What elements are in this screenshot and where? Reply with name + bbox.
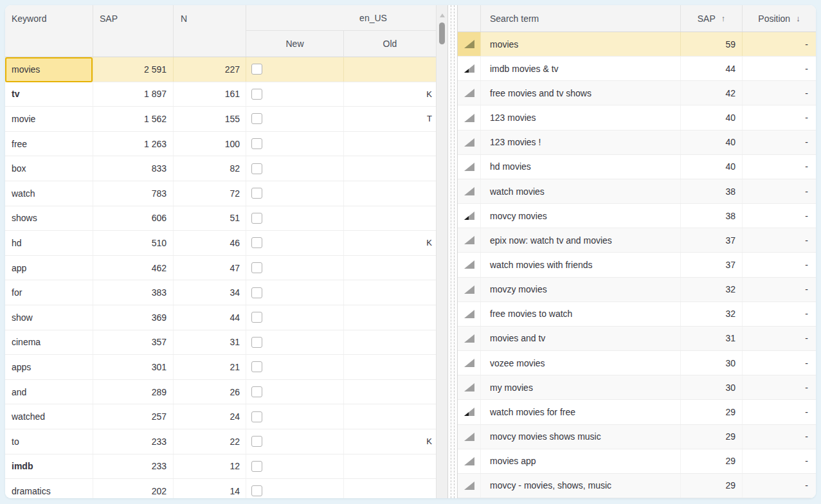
n-value-cell: 22 [174, 429, 246, 454]
search-term-row[interactable]: 123 movies ! 40 - [458, 130, 816, 155]
new-checkbox[interactable] [251, 461, 262, 472]
popularity-icon-cell [458, 327, 481, 350]
position-value-cell: - [743, 57, 816, 80]
new-checkbox[interactable] [251, 436, 262, 447]
search-term-row[interactable]: movies app 29 - [458, 449, 816, 474]
keyword-cell[interactable]: shows [5, 206, 93, 231]
scrollbar-thumb[interactable] [439, 22, 445, 44]
search-term-row[interactable]: movies 59 - [458, 32, 816, 57]
new-checkbox[interactable] [251, 213, 262, 224]
old-column-header[interactable]: Old [344, 31, 436, 57]
new-checkbox[interactable] [251, 361, 262, 372]
keyword-cell[interactable]: box [5, 156, 93, 181]
keyword-cell[interactable]: tv [5, 82, 93, 107]
search-term-row[interactable]: watch movies for free 29 - [458, 400, 816, 424]
keyword-cell[interactable]: watched [5, 404, 93, 429]
keyword-cell[interactable]: movie [5, 107, 93, 131]
position-value-cell: - [743, 400, 816, 424]
search-term-row[interactable]: my movies 30 - [458, 375, 816, 400]
search-term-row[interactable]: 123 movies 40 - [458, 105, 816, 130]
search-term-row[interactable]: watch movies with friends 37 - [458, 253, 816, 277]
n-column-header[interactable]: N [174, 5, 246, 57]
keyword-cell[interactable]: watch [5, 181, 93, 206]
new-checkbox[interactable] [251, 64, 262, 75]
sap-column-header[interactable]: SAP [93, 5, 174, 57]
n-value-cell: 100 [174, 132, 246, 156]
keyword-row[interactable]: show 369 44 [5, 305, 436, 330]
new-checkbox[interactable] [251, 138, 262, 149]
search-term-cell: free movies and tv shows [481, 81, 681, 105]
popularity-icon-cell [458, 130, 481, 154]
new-column-header[interactable]: New [246, 31, 344, 57]
keyword-row[interactable]: tv 1 897 161 K [5, 82, 436, 107]
new-checkbox[interactable] [251, 312, 262, 323]
keyword-row[interactable]: watch 783 72 [5, 181, 436, 206]
sap-value-cell: 233 [93, 455, 174, 479]
keyword-cell[interactable]: imdb [5, 455, 93, 479]
search-term-row[interactable]: movies and tv 31 - [458, 327, 816, 351]
new-cell [246, 181, 344, 206]
search-term-row[interactable]: movzy movies 32 - [458, 278, 816, 302]
search-term-row[interactable]: movcy - movies, shows, music 29 - [458, 474, 816, 498]
keyword-row[interactable]: hd 510 46 K [5, 231, 436, 256]
sap-sort-column-header[interactable]: SAP ↑ [681, 5, 743, 32]
keyword-cell[interactable]: to [5, 429, 93, 454]
keyword-cell[interactable]: app [5, 256, 93, 280]
new-cell [246, 429, 344, 454]
keyword-row[interactable]: to 233 22 K [5, 429, 436, 455]
keyword-cell[interactable]: dramatics [5, 479, 93, 498]
new-checkbox[interactable] [251, 386, 262, 397]
keyword-cell[interactable]: hd [5, 231, 93, 255]
position-sort-column-header[interactable]: Position ↓ [743, 5, 816, 32]
new-checkbox[interactable] [251, 188, 262, 199]
new-checkbox[interactable] [251, 163, 262, 174]
keyword-column-header[interactable]: Keyword [5, 5, 93, 57]
new-checkbox[interactable] [251, 485, 262, 496]
keyword-row[interactable]: for 383 34 [5, 280, 436, 305]
search-term-row[interactable]: watch movies 38 - [458, 179, 816, 204]
new-checkbox[interactable] [251, 113, 262, 124]
search-term-row[interactable]: movcy movies shows music 29 - [458, 425, 816, 449]
search-term-row[interactable]: movcy movies 38 - [458, 204, 816, 228]
keyword-row[interactable]: box 833 82 [5, 156, 436, 181]
search-term-row[interactable]: imdb movies & tv 44 - [458, 57, 816, 81]
keyword-cell[interactable]: movies [5, 57, 93, 82]
keyword-row[interactable]: app 462 47 [5, 256, 436, 281]
new-checkbox[interactable] [251, 237, 262, 248]
keyword-row[interactable]: movie 1 562 155 T [5, 107, 436, 132]
search-term-row[interactable]: vozee movies 30 - [458, 351, 816, 375]
keyword-cell[interactable]: for [5, 280, 93, 305]
popularity-icon-cell [458, 278, 481, 302]
keyword-cell[interactable]: cinema [5, 330, 93, 355]
keyword-cell[interactable]: apps [5, 355, 93, 379]
new-checkbox[interactable] [251, 262, 262, 273]
search-term-row[interactable]: free movies to watch 32 - [458, 302, 816, 327]
keyword-row[interactable]: cinema 357 31 [5, 330, 436, 356]
keywords-table-scrollbar[interactable] [436, 5, 447, 498]
keyword-row[interactable]: dramatics 202 14 [5, 479, 436, 498]
new-checkbox[interactable] [251, 287, 262, 298]
keyword-row[interactable]: movies 2 591 227 [5, 57, 436, 82]
keyword-cell[interactable]: show [5, 305, 93, 330]
scrollbar-up-arrow-icon[interactable] [440, 14, 445, 17]
keyword-row[interactable]: shows 606 51 [5, 206, 436, 231]
new-checkbox[interactable] [251, 89, 262, 100]
keyword-row[interactable]: imdb 233 12 [5, 455, 436, 480]
search-term-row[interactable]: epix now: watch tv and movies 37 - [458, 228, 816, 253]
keyword-cell[interactable]: and [5, 380, 93, 404]
new-checkbox[interactable] [251, 411, 262, 422]
search-term-row[interactable]: free movies and tv shows 42 - [458, 81, 816, 105]
search-term-row[interactable]: hd movies 40 - [458, 155, 816, 179]
new-cell [246, 355, 344, 379]
new-cell [246, 206, 344, 231]
keyword-row[interactable]: free 1 263 100 [5, 132, 436, 157]
search-term-column-header[interactable]: Search term [481, 5, 681, 32]
keyword-row[interactable]: apps 301 21 [5, 355, 436, 380]
enus-group-label[interactable]: en_US [246, 5, 436, 31]
keyword-cell[interactable]: free [5, 132, 93, 156]
new-checkbox[interactable] [251, 337, 262, 348]
keyword-row[interactable]: and 289 26 [5, 380, 436, 405]
panel-splitter-handle[interactable] [447, 5, 458, 498]
search-term-cell: watch movies for free [481, 400, 681, 424]
keyword-row[interactable]: watched 257 24 [5, 404, 436, 429]
